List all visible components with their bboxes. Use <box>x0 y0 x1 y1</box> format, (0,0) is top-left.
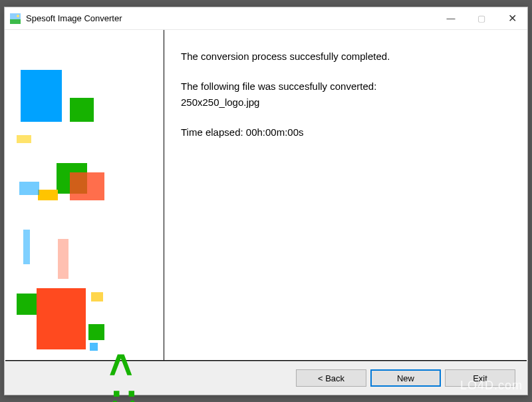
sidebar-graphic: spesoft: > <box>5 30 164 360</box>
close-button[interactable]: ✕ <box>497 7 527 29</box>
footer: < Back New Exit <box>5 361 527 395</box>
back-button[interactable]: < Back <box>296 369 366 387</box>
app-icon <box>10 13 21 24</box>
file-converted-label: The following file was succesfully conve… <box>181 81 376 92</box>
converted-filename: 250x250_logo.jpg <box>181 97 259 108</box>
titlebar[interactable]: Spesoft Image Converter — ▢ ✕ <box>5 7 527 30</box>
maximize-button: ▢ <box>466 7 497 29</box>
brand-logo-text: spesoft: > <box>96 353 144 402</box>
client-area: spesoft: > The conversion process succes… <box>5 30 527 395</box>
new-button[interactable]: New <box>370 369 441 387</box>
status-message: The conversion process succesfully compl… <box>181 49 511 64</box>
window-controls: — ▢ ✕ <box>436 7 527 29</box>
window-title: Spesoft Image Converter <box>26 13 436 23</box>
minimize-button[interactable]: — <box>436 7 466 29</box>
time-elapsed: Time elapsed: 00h:00m:00s <box>181 124 511 140</box>
exit-button[interactable]: Exit <box>445 369 515 387</box>
content-pane: The conversion process succesfully compl… <box>165 30 527 360</box>
file-converted-block: The following file was succesfully conve… <box>181 79 511 110</box>
application-window: Spesoft Image Converter — ▢ ✕ <box>4 7 528 395</box>
body: spesoft: > The conversion process succes… <box>5 30 527 360</box>
